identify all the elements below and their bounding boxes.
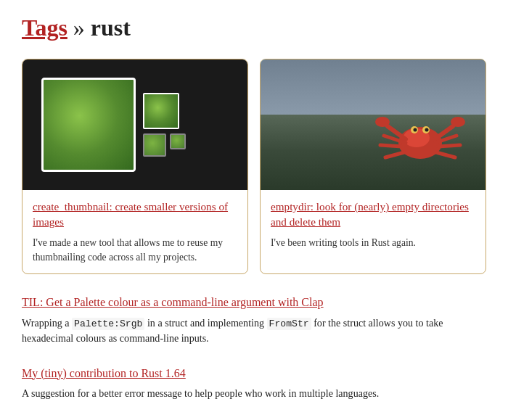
cards-row: create_thumbnail: create smaller version… <box>22 59 486 274</box>
crab-scene <box>261 59 486 190</box>
card-thumbnail-desc: I've made a new tool that allows me to r… <box>33 236 237 265</box>
card-emptydir-title[interactable]: emptydir: look for (nearly) empty direct… <box>271 199 475 230</box>
svg-point-9 <box>375 117 390 127</box>
svg-line-6 <box>438 145 460 147</box>
tags-link[interactable]: Tags <box>22 15 67 41</box>
list-items: TIL: Get a Palette colour as a command-l… <box>22 295 486 420</box>
svg-line-3 <box>380 145 402 147</box>
svg-point-15 <box>425 128 429 132</box>
breadcrumb-separator: » <box>67 15 91 41</box>
lime-thumb-1 <box>143 93 179 129</box>
svg-point-14 <box>414 128 417 132</box>
card-thumbnail-title[interactable]: create_thumbnail: create smaller version… <box>33 199 237 230</box>
list-item-rust-164-title[interactable]: My (tiny) contribution to Rust 1.64 <box>22 366 486 382</box>
card-emptydir-body: emptydir: look for (nearly) empty direct… <box>261 190 486 259</box>
tag-name: rust <box>91 15 131 41</box>
svg-line-4 <box>385 152 404 157</box>
lime-main-image <box>41 78 136 172</box>
list-item-palette-clap-desc: Wrapping a Palette:Srgb in a struct and … <box>22 316 486 347</box>
card-thumbnail-body: create_thumbnail: create smaller version… <box>22 190 247 273</box>
list-item-rust-164-desc: A suggestion for a better error message … <box>22 386 486 401</box>
crab-illustration <box>369 103 471 176</box>
list-item-rust-164: My (tiny) contribution to Rust 1.64 A su… <box>22 366 486 405</box>
lime-thumbnails <box>143 93 186 157</box>
svg-point-11 <box>451 117 465 127</box>
card-thumbnail-image <box>22 59 247 190</box>
page-header: Tags » rust <box>22 15 486 41</box>
card-emptydir-desc: I've been writing tools in Rust again. <box>271 236 475 250</box>
card-emptydir-image <box>261 59 486 190</box>
page-title: Tags » rust <box>22 15 486 41</box>
list-item-palette-clap: TIL: Get a Palette colour as a command-l… <box>22 295 486 349</box>
code-fromstr: FromStr <box>267 318 311 330</box>
card-thumbnail: create_thumbnail: create smaller version… <box>22 59 248 274</box>
card-emptydir: emptydir: look for (nearly) empty direct… <box>260 59 486 274</box>
code-palette-srgb: Palette:Srgb <box>72 318 144 330</box>
lime-thumb-2 <box>143 133 166 157</box>
list-item-palette-clap-title[interactable]: TIL: Get a Palette colour as a command-l… <box>22 295 486 310</box>
lime-thumb-3 <box>170 133 186 149</box>
svg-line-7 <box>436 152 455 157</box>
